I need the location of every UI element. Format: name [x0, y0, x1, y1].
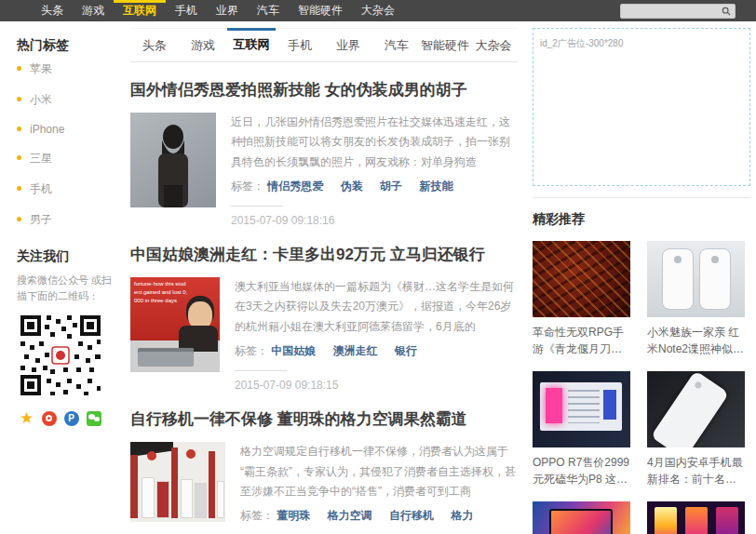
- article-body: 近日，几张国外情侣秀恩爱照片在社交媒体迅速走红，这种拍照新技能可以将女朋友的长发…: [130, 113, 518, 227]
- recommend-item[interactable]: 4月国内安卓手机最新排名：前十名居然不全: [647, 371, 745, 487]
- article-tag-link[interactable]: 澳洲走红: [333, 344, 378, 357]
- thermal-test-image: tweakers 55.4℃ 38.7℃ 42.2℃: [647, 501, 745, 534]
- appliance: [142, 477, 155, 518]
- tag-link-apple[interactable]: 苹果: [30, 62, 52, 75]
- divider: [231, 206, 283, 207]
- wechat-icon[interactable]: [86, 410, 101, 426]
- article-tag-link[interactable]: 格力: [451, 509, 473, 522]
- article-tag-link[interactable]: 新技能: [419, 180, 452, 193]
- spec-lines: [568, 390, 600, 423]
- nav-item-mobile[interactable]: 手机: [166, 0, 207, 21]
- bullet-dot: [17, 97, 21, 101]
- article-info: 近日，几张国外情侣秀恩爱照片在社交媒体迅速走红，这种拍照新技能可以将女朋友的长发…: [231, 113, 518, 227]
- article-tag-link[interactable]: 伪装: [341, 180, 363, 193]
- tag-item: 男子: [17, 212, 117, 228]
- article-tag-link[interactable]: 胡子: [380, 180, 402, 193]
- tab-mobile[interactable]: 手机: [276, 29, 324, 61]
- article-tag-link[interactable]: 自行移机: [389, 509, 434, 522]
- tag-link-man[interactable]: 男子: [30, 213, 52, 226]
- recommend-title: 精彩推荐: [533, 211, 750, 228]
- article-title[interactable]: 中国姑娘澳洲走红：卡里多出92万元 立马归还银行: [130, 244, 518, 265]
- nav-item-auto[interactable]: 汽车: [248, 0, 289, 21]
- store-banner: [209, 451, 215, 518]
- main-content: 头条 游戏 互联网 手机 业界 汽车 智能硬件 大杂会 国外情侣秀恩爱拍照新技能…: [123, 28, 527, 534]
- recommend-item[interactable]: OPPO R7售价2999元死磕华为P8 这么贵真的卖: [533, 371, 630, 487]
- bullet-dot: [17, 155, 21, 160]
- appliance: [181, 479, 193, 518]
- appliance: [195, 483, 207, 518]
- tab-misc[interactable]: 大杂会: [469, 29, 518, 61]
- nav-item-games[interactable]: 游戏: [73, 0, 114, 21]
- favorite-star-icon[interactable]: ★: [19, 410, 34, 426]
- search-icon[interactable]: [722, 7, 731, 16]
- tab-headlines[interactable]: 头条: [130, 29, 179, 61]
- top-nav: 头条 游戏 互联网 手机 业界 汽车 智能硬件 大杂会: [0, 0, 756, 21]
- store-banner: [130, 455, 138, 518]
- search-input[interactable]: [625, 6, 722, 16]
- nav-item-industry[interactable]: 业界: [207, 0, 248, 21]
- recommend-item[interactable]: 革命性无双RPG手游《青龙偃月刀》官网正: [533, 241, 630, 357]
- tab-internet[interactable]: 互联网: [227, 28, 276, 61]
- blue-phone-shape: [603, 390, 616, 420]
- page: 头条 游戏 互联网 手机 业界 汽车 智能硬件 大杂会 热门标签 苹果 小米 i…: [0, 0, 756, 534]
- tab-games[interactable]: 游戏: [179, 29, 227, 61]
- article-tag-link[interactable]: 董明珠: [277, 509, 310, 522]
- tags-label: 标签：: [235, 344, 268, 357]
- tag-link-phone[interactable]: 手机: [30, 182, 52, 195]
- recommend-item[interactable]: 小米魅族一家亲 红米Note2谍照神似MX5: [647, 241, 745, 357]
- recommend-caption: 4月国内安卓手机最新排名：前十名居然不全: [647, 454, 745, 487]
- divider: [235, 370, 287, 371]
- tab-auto[interactable]: 汽车: [372, 29, 421, 61]
- hot-tag-list: 苹果 小米 iPhone 三星 手机 男子: [17, 61, 117, 228]
- recommend-caption: OPPO R7售价2999元死磕华为P8 这么贵真的卖: [533, 454, 630, 487]
- tags-label: 标签：: [240, 509, 274, 522]
- right-sidebar: id_2广告位-300*280 精彩推荐 革命性无双RPG手游《青龙偃月刀》官网…: [527, 28, 750, 534]
- thermal-bar: [685, 507, 708, 534]
- tags-label: 标签：: [231, 180, 264, 193]
- category-tabs: 头条 游戏 互联网 手机 业界 汽车 智能硬件 大杂会: [130, 28, 518, 62]
- colorful-phone-image: [533, 501, 630, 534]
- ad-placeholder[interactable]: id_2广告位-300*280: [533, 28, 750, 186]
- tag-link-xiaomi[interactable]: 小米: [30, 93, 52, 106]
- article-tags: 标签： 中国姑娘 澳洲走红 银行: [235, 343, 518, 359]
- article-title[interactable]: 国外情侣秀恩爱拍照新技能 女的伪装成男的胡子: [130, 79, 518, 100]
- white-phone-image: [647, 371, 745, 447]
- article-tag-link[interactable]: 格力空调: [328, 509, 372, 522]
- article-date: 2015-07-09 09:18:16: [231, 214, 518, 227]
- recommend-item[interactable]: tweakers 55.4℃ 38.7℃ 42.2℃ 高通回应骁龙810发热: [647, 501, 745, 534]
- article-date: 2015-07-09 09:18:15: [235, 379, 518, 392]
- weibo-icon[interactable]: [41, 410, 57, 426]
- promo-sign: [147, 451, 156, 461]
- tag-link-iphone[interactable]: iPhone: [30, 123, 64, 136]
- tag-link-samsung[interactable]: 三星: [30, 152, 52, 165]
- article-thumbnail[interactable]: [130, 442, 225, 522]
- tab-smart-hardware[interactable]: 智能硬件: [421, 29, 469, 61]
- article-tag-link[interactable]: 情侣秀恩爱: [267, 180, 323, 193]
- follow-us-text: 搜索微信公众号 或扫描下面的二维码：: [17, 273, 117, 304]
- p-circle-icon[interactable]: P: [63, 410, 79, 426]
- nav-item-smart-hardware[interactable]: 智能硬件: [289, 0, 352, 21]
- nav-item-internet[interactable]: 互联网: [114, 0, 166, 21]
- two-phones-image: [647, 241, 745, 317]
- article-tags: 标签： 情侣秀恩爱 伪装 胡子 新技能: [231, 179, 518, 194]
- store-banner: [171, 447, 178, 518]
- tab-industry[interactable]: 业界: [324, 29, 372, 61]
- presentation-slide-image: [533, 371, 630, 447]
- tag-item: 小米: [17, 92, 117, 108]
- article-tags: 标签： 董明珠 格力空调 自行移机 格力: [240, 508, 518, 524]
- search-box: [620, 4, 736, 19]
- follow-us-title: 关注我们: [17, 248, 117, 265]
- recommend-caption: 革命性无双RPG手游《青龙偃月刀》官网正: [533, 324, 630, 357]
- article-thumbnail[interactable]: fortune·how this student gained and lost…: [130, 277, 220, 372]
- article-tag-link[interactable]: 中国姑娘: [271, 344, 316, 357]
- nav-item-misc[interactable]: 大杂会: [352, 0, 404, 21]
- article-title[interactable]: 自行移机一律不保修 董明珠的格力空调果然霸道: [130, 408, 518, 430]
- nav-item-headlines[interactable]: 头条: [32, 0, 73, 21]
- article-thumbnail[interactable]: [130, 113, 216, 207]
- tag-item: iPhone: [17, 123, 117, 136]
- recommend-item[interactable]: 李敏镐兄弟情玩OPPO: [533, 501, 630, 534]
- phone-shape: [651, 371, 730, 447]
- article-item: 中国姑娘澳洲走红：卡里多出92万元 立马归还银行 fortune·how thi…: [130, 244, 518, 392]
- bullet-dot: [17, 127, 21, 131]
- article-tag-link[interactable]: 银行: [395, 344, 417, 357]
